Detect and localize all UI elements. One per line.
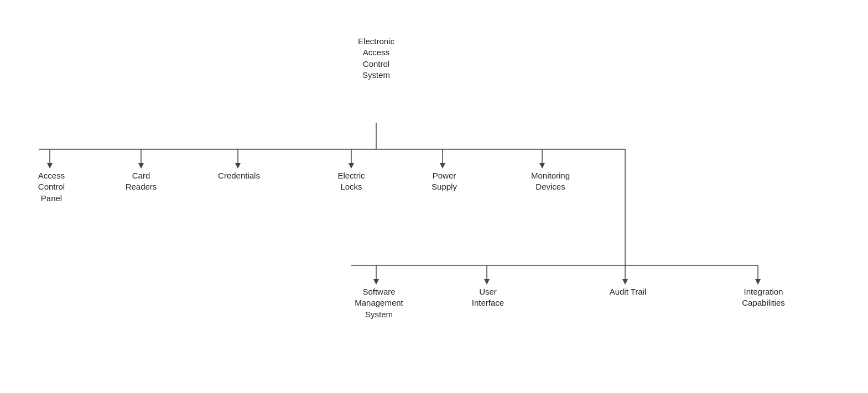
svg-marker-23 xyxy=(755,279,761,285)
node-electric-locks: ElectricLocks xyxy=(321,170,382,193)
node-access-control-panel: AccessControlPanel xyxy=(15,170,87,204)
node-user-interface: UserInterface xyxy=(455,286,521,309)
svg-marker-9 xyxy=(349,163,354,169)
node-power-supply: PowerSupply xyxy=(414,170,475,193)
svg-marker-13 xyxy=(539,163,545,169)
svg-marker-19 xyxy=(484,279,490,285)
svg-marker-7 xyxy=(235,163,241,169)
node-software-management-system: SoftwareManagementSystem xyxy=(340,286,418,320)
svg-marker-21 xyxy=(622,279,628,285)
node-monitoring-devices: MonitoringDevices xyxy=(509,170,592,193)
node-integration-capabilities: IntegrationCapabilities xyxy=(719,286,808,309)
svg-marker-3 xyxy=(47,163,53,169)
node-audit-trail: Audit Trail xyxy=(595,286,661,297)
svg-marker-11 xyxy=(440,163,445,169)
root-node: ElectronicAccessControlSystem xyxy=(343,36,409,81)
tree-svg xyxy=(0,0,868,393)
node-card-readers: CardReaders xyxy=(111,170,171,193)
node-credentials: Credentials xyxy=(206,170,272,181)
svg-marker-5 xyxy=(138,163,144,169)
diagram-container: ElectronicAccessControlSystem AccessCont… xyxy=(0,0,868,393)
svg-marker-17 xyxy=(373,279,379,285)
